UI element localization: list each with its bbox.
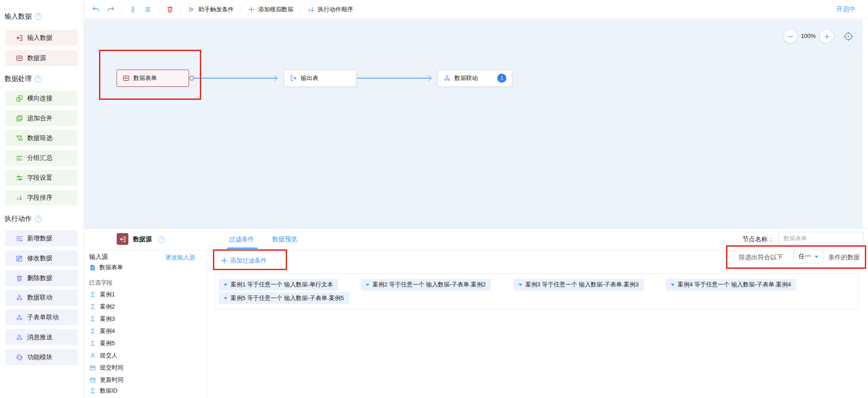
assistant-trigger-button[interactable]: 助手触发条件 [188, 5, 234, 14]
locate-center-icon[interactable] [843, 31, 854, 42]
sidebar-item-input-data[interactable]: 输入数据 [5, 30, 78, 46]
align-horizontal-icon[interactable] [144, 5, 152, 14]
group-summary-icon [16, 155, 23, 162]
action-order-label: 执行动作顺序 [318, 5, 353, 14]
sidebar-item-data-filter[interactable]: 数据筛选 [5, 130, 78, 146]
field-name: 数据ID [100, 387, 118, 395]
order-sort-icon: 1 [307, 6, 315, 13]
cluster-icon [16, 314, 23, 321]
canvas-scrollbar-track[interactable] [863, 19, 868, 228]
sidebar-item-append-merge[interactable]: 追加合并 [5, 110, 78, 126]
sidebar-item-delete-data[interactable]: 删除数据 [5, 270, 78, 286]
filter-condition-chip[interactable]: 案例5 等于任意一个 输入数据-子表单.案例5 [219, 292, 349, 304]
section-title-data-processing: 数据处理 ? [5, 74, 42, 83]
minus-icon [788, 33, 794, 40]
field-row[interactable]: 案例4 [90, 327, 115, 335]
field-row[interactable]: 数据ID [90, 387, 118, 395]
filter-condition-chip[interactable]: 案例2 等于任意一个 输入数据-子表单.案例2 [361, 279, 491, 290]
sidebar-item-field-sort[interactable]: 1 字段排序 [5, 190, 78, 206]
funnel-icon [16, 135, 23, 142]
sidebar-item-group-summary[interactable]: 分组汇总 [5, 150, 78, 166]
question-circle-icon[interactable]: ? [35, 13, 42, 20]
canvas-toolbar: 助手触发条件 添加模拟数据 1 执行动作顺序 [85, 0, 868, 19]
assistant-status-toggle[interactable]: 开启中 [836, 5, 855, 14]
input-source-title: 输入源 [89, 253, 108, 261]
svg-text:1: 1 [308, 7, 311, 12]
input-source-item[interactable]: 数据表单 [89, 263, 123, 272]
node-output-table[interactable]: 输出表 [284, 70, 356, 87]
trigger-flag-icon [188, 6, 195, 13]
svg-text:7: 7 [92, 367, 93, 370]
match-mode-suffix: 条件的数据 [828, 253, 860, 262]
action-order-button[interactable]: 1 执行动作顺序 [307, 5, 353, 14]
filter-condition-chip[interactable]: 案例1 等于任意一个 输入数据-单行文本 [219, 279, 338, 290]
zoom-in-button[interactable] [820, 30, 833, 43]
text-field-icon [90, 316, 96, 322]
panel-title: 数据源 [133, 235, 152, 243]
calendar-icon: 7 [90, 377, 96, 383]
section-title-text: 数据处理 [5, 75, 32, 83]
add-mock-data-label: 添加模拟数据 [258, 5, 293, 14]
sidebar-item-subform-linkage[interactable]: 子表单联动 [5, 309, 78, 325]
match-mode-prefix: 筛选出符合以下 [739, 253, 783, 262]
question-circle-icon[interactable]: ? [35, 75, 42, 82]
field-name: 提交人 [100, 351, 118, 360]
filter-condition-text: 案例1 等于任意一个 输入数据-单行文本 [231, 281, 333, 289]
add-mock-data-button[interactable]: 添加模拟数据 [248, 5, 293, 14]
field-row[interactable]: 7 提交时间 [90, 364, 123, 372]
redo-icon[interactable] [107, 5, 115, 14]
zoom-out-button[interactable] [784, 30, 797, 43]
sidebar-item-data-linkage[interactable]: 数据联动 [5, 290, 78, 305]
sidebar-item-function-module[interactable]: 功能模块 [5, 349, 78, 365]
node-data-form[interactable]: 数据表单 [117, 70, 189, 87]
question-circle-icon[interactable]: ? [35, 215, 42, 222]
node-name-label: 节点名称： [742, 235, 774, 243]
add-row-icon [16, 235, 23, 242]
toolbar-divider [159, 6, 159, 13]
sidebar-item-label: 数据筛选 [27, 134, 52, 142]
chevron-down-icon [815, 256, 818, 258]
field-row[interactable]: 7 更新时间 [90, 376, 123, 384]
sidebar-item-field-settings[interactable]: 字段设置 [5, 170, 78, 186]
field-row[interactable]: 案例5 [90, 339, 115, 347]
cluster-icon [443, 75, 451, 82]
delete-node-icon[interactable] [166, 5, 174, 14]
sidebar-item-message-push[interactable]: 消息推送 [5, 329, 78, 345]
field-row[interactable]: 案例1 [90, 290, 115, 299]
sidebar-item-label: 数据源 [27, 54, 46, 62]
node-data-linkage[interactable]: 数据联动 1 [438, 70, 512, 87]
plus-icon [248, 6, 255, 13]
field-name: 案例4 [100, 327, 115, 335]
flow-canvas[interactable] [85, 19, 863, 228]
match-mode-select[interactable]: 任一 [793, 250, 823, 263]
node-badge: 1 [497, 74, 506, 83]
filter-condition-chip[interactable]: 案例3 等于任意一个 输入数据-子表单.案例3 [514, 279, 644, 290]
export-icon [290, 75, 297, 82]
field-row[interactable]: 案例3 [90, 315, 115, 323]
field-row[interactable]: 提交人 [90, 351, 118, 360]
tab-data-preview[interactable]: 数据预览 [272, 235, 297, 243]
change-input-source-link[interactable]: 更改输入源 [165, 253, 195, 262]
question-circle-icon[interactable]: ? [158, 236, 165, 243]
field-name: 案例2 [100, 303, 115, 311]
node-label: 输出表 [301, 74, 318, 82]
tab-filter-conditions[interactable]: 过滤条件 [229, 235, 254, 243]
sidebar-item-horizontal-join[interactable]: 横向连接 [5, 90, 78, 106]
trash-icon [16, 275, 23, 282]
sidebar-item-edit-data[interactable]: 修改数据 [5, 250, 78, 266]
text-field-icon [90, 291, 96, 298]
sidebar-item-data-source[interactable]: 数据源 [5, 50, 78, 66]
text-field-icon [90, 388, 96, 394]
align-vertical-icon[interactable] [129, 5, 137, 14]
filter-condition-chip[interactable]: 案例4 等于任意一个 输入数据-子表单.案例4 [666, 279, 796, 290]
undo-icon[interactable] [92, 5, 100, 14]
field-row[interactable]: 案例2 [90, 303, 115, 311]
add-filter-condition-button[interactable]: 添加过滤条件 [221, 257, 267, 265]
filter-condition-text: 案例5 等于任意一个 输入数据-子表单.案例5 [231, 294, 344, 302]
toolbar-divider [181, 6, 181, 13]
node-label: 数据表单 [133, 74, 157, 82]
field-name: 案例3 [100, 315, 115, 323]
toolbar-divider [241, 6, 241, 13]
sidebar-item-add-data[interactable]: 新增数据 [5, 230, 78, 246]
node-name-input[interactable] [778, 232, 863, 245]
